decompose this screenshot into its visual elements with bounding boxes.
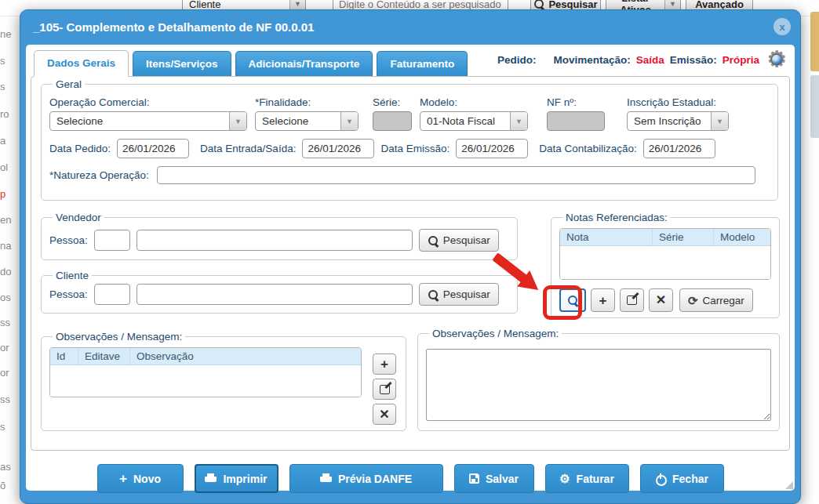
data-emissao-input[interactable] [456,139,528,158]
cliente-pessoa-code-input[interactable] [94,284,130,305]
edit-icon [627,296,637,305]
data-pedido-input[interactable] [117,139,189,158]
data-entrada-input[interactable] [302,139,374,158]
serie-label: Série: [373,96,412,108]
bg-menu-fragment: na [0,240,11,252]
search-icon [533,0,544,9]
previa-danfe-button[interactable]: Prévia DANFE [289,464,443,493]
notas-search-button[interactable] [559,288,586,312]
observacoes-textarea[interactable] [426,349,771,421]
salvar-label: Salvar [486,473,519,485]
gear-icon[interactable]: ⚙ [765,48,788,71]
notas-carregar-button[interactable]: ⟳ Carregar [679,288,753,312]
vendedor-pessoa-label: Pessoa: [49,234,88,246]
emissao-label: Emissão: [670,54,717,66]
operacao-comercial-value: Selecione [50,115,229,127]
plus-icon: + [380,357,388,371]
data-pedido-label: Data Pedido: [49,143,111,154]
observacoes-edit-button[interactable] [373,379,396,400]
dialog-content: Dados Gerais Itens/Serviços Adicionais/T… [26,45,795,491]
imprimir-label: Imprimir [223,473,267,485]
nf-detail-dialog: _105- Complemento e Detalhamento de NF 0… [20,9,801,504]
notas-table[interactable]: Nota Série Modelo [559,228,771,280]
cliente-pessoa-name-input[interactable] [136,284,413,305]
pedido-label: Pedido: [497,54,537,66]
close-icon[interactable]: x [774,18,791,35]
resize-grip[interactable] [785,481,793,489]
data-contab-input[interactable] [643,139,715,158]
bg-advanced-label: Avançado [695,0,744,10]
save-icon [469,473,479,484]
notas-carregar-label: Carregar [703,295,744,306]
col-editave: Editave [78,348,130,364]
bg-menu-fragment: or [0,367,9,379]
bg-menu-fragment: ro [0,108,9,120]
observacoes-table-fieldset: Observações / Mensagem: Id Editave Obser… [41,331,406,431]
vendedor-pesquisar-button[interactable]: Pesquisar [419,229,499,252]
salvar-button[interactable]: Salvar [454,464,534,493]
movimentacao-label: Movimentação: [553,54,630,66]
operacao-comercial-label: Operação Comercial: [49,96,247,108]
notas-delete-button[interactable]: ✕ [649,288,673,312]
bg-menu-fragment: s [0,55,5,67]
cliente-pesquisar-button[interactable]: Pesquisar [419,283,499,306]
x-icon: ✕ [379,408,389,421]
bg-menu-fragment: õ [0,480,5,491]
novo-button[interactable]: + Novo [97,464,184,493]
notas-add-button[interactable]: + [591,288,615,312]
finalidade-select[interactable]: Selecione ▼ [255,111,359,131]
bg-menu-fragment: a [0,135,5,147]
vendedor-pesquisar-label: Pesquisar [443,234,490,246]
natureza-operacao-label: *Natureza Operação: [49,169,149,181]
chevron-down-icon: ▼ [340,112,358,130]
observacoes-delete-button[interactable]: ✕ [373,404,396,425]
modelo-label: Modelo: [420,96,528,108]
bg-menu-fragment: ne [0,28,11,40]
fechar-button[interactable]: Fechar [640,464,724,493]
natureza-operacao-input[interactable] [157,166,755,184]
cliente-pesquisar-label: Pesquisar [443,288,490,300]
notas-edit-button[interactable] [620,288,644,312]
tab-adicionais-transporte[interactable]: Adicionais/Transporte [235,51,373,76]
search-icon [567,295,578,306]
dialog-title: _105- Complemento e Detalhamento de NF 0… [20,10,800,43]
bg-menu-fragment: os [0,292,11,303]
inscricao-estadual-select[interactable]: Sem Inscrição ▼ [627,111,729,131]
tab-bar: Dados Gerais Itens/Serviços Adicionais/T… [26,45,795,76]
inscricao-estadual-label: Inscrição Estadual: [627,96,729,108]
printer-icon [320,473,332,484]
dados-gerais-panel: Geral Operação Comercial: Selecione ▼ *F… [31,76,790,451]
observacoes-table[interactable]: Id Editave Observação [49,347,362,397]
bg-menu-fragment: p [0,188,5,200]
emissao-value: Própria [723,54,759,66]
faturar-button[interactable]: ⚙ Faturar [545,464,629,493]
observacoes-text-fieldset: Observações / Mensagem: [417,328,780,431]
operacao-comercial-select[interactable]: Selecione ▼ [49,111,247,131]
tab-dados-gerais[interactable]: Dados Gerais [34,50,129,77]
modelo-select[interactable]: 01-Nota Fiscal ▼ [420,111,528,131]
nf-num-input [547,111,605,131]
geral-fieldset: Geral Operação Comercial: Selecione ▼ *F… [41,78,778,201]
tab-faturamento[interactable]: Faturamento [377,51,468,76]
vendedor-pessoa-code-input[interactable] [94,230,130,251]
chevron-down-icon: ▼ [510,112,527,130]
modelo-value: 01-Nota Fiscal [420,115,510,127]
power-icon [655,473,666,484]
observacoes-add-button[interactable]: + [373,354,396,375]
nf-num-label: NF nº: [547,96,605,108]
inscricao-estadual-value: Sem Inscrição [628,115,711,127]
data-entrada-label: Data Entrada/Saída: [200,143,296,154]
imprimir-button[interactable]: Imprimir [195,464,278,493]
bg-search-input[interactable] [333,0,508,10]
observacoes-text-legend: Observações / Mensagem: [429,328,562,339]
serie-input [373,111,412,131]
bg-menu-fragment: as [0,461,11,473]
printer-icon [205,473,217,484]
bg-right-fragment [810,12,819,71]
bg-menu-fragment: ol [0,161,8,173]
data-contab-label: Data Contabilização: [539,143,637,154]
tab-itens-servicos[interactable]: Itens/Serviços [133,51,231,76]
observacoes-table-body [50,365,361,397]
notas-referenciadas-fieldset: Notas Referenciadas: Nota Série Modelo + [551,212,780,318]
vendedor-pessoa-name-input[interactable] [136,230,413,251]
